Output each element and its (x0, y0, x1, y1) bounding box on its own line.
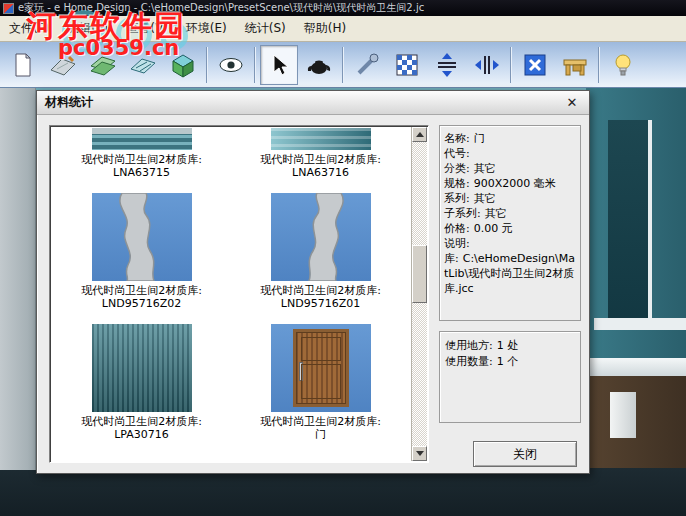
dialog-titlebar[interactable]: 材料统计 ✕ (37, 91, 589, 115)
toolbar-separator (598, 47, 600, 83)
info-label: 规格: (444, 177, 470, 190)
info-label: 说明: (444, 237, 470, 250)
material-info-panel: 名称:门 代号: 分类:其它 规格:900X2000 毫米 系列:其它 子系列:… (439, 125, 581, 321)
material-row: 现代时尚卫生间2材质库: LNA63715 现代时尚卫生间2材质库: LNA63… (52, 128, 410, 179)
close-button[interactable]: 关闭 (473, 441, 577, 467)
info-value: 900X2000 毫米 (474, 177, 556, 190)
app-icon (3, 3, 14, 14)
material-thumbnail (92, 324, 192, 412)
info-value: C:\eHomeDesign\MatLib\现代时尚卫生间2材质库.jcc (444, 252, 575, 295)
material-thumbnail (271, 128, 371, 150)
material-item[interactable]: 现代时尚卫生间2材质库: LND95716Z02 (52, 179, 231, 310)
align-horizontal-icon[interactable] (468, 45, 506, 85)
scrollbar-thumb[interactable] (412, 245, 427, 303)
material-item[interactable]: 现代时尚卫生间2材质库: LPA30716 (52, 310, 231, 441)
usage-value: 1 处 (497, 339, 519, 352)
wall-plan-icon[interactable] (124, 45, 162, 85)
info-label: 分类: (444, 162, 470, 175)
info-label: 库: (444, 252, 459, 265)
mirror (608, 120, 652, 330)
material-statistics-dialog: 材料统计 ✕ 现代时尚卫生间2材质库: LNA63715 现代时尚卫生间2材质库… (36, 90, 590, 474)
material-item[interactable]: 现代时尚卫生间2材质库: LNA63715 (52, 128, 231, 179)
menu-help[interactable]: 帮助(H) (295, 20, 355, 37)
info-value: 其它 (485, 207, 507, 220)
toolbar-separator (510, 47, 512, 83)
material-library-label: 现代时尚卫生间2材质库: (260, 415, 381, 428)
material-thumbnail (271, 324, 371, 412)
material-code-label: LND95716Z01 (281, 297, 360, 310)
material-library-label: 现代时尚卫生间2材质库: (260, 153, 381, 166)
shelf (594, 318, 686, 330)
info-label: 子系列: (444, 207, 481, 220)
toolbar-separator (206, 47, 208, 83)
material-library-label: 现代时尚卫生间2材质库: (81, 284, 202, 297)
dialog-close-icon[interactable]: ✕ (563, 94, 581, 112)
door-texture (293, 329, 349, 407)
render-teapot-icon[interactable] (300, 45, 338, 85)
material-library-label: 现代时尚卫生间2材质库: (81, 415, 202, 428)
scroll-down-icon[interactable] (412, 446, 427, 461)
screw-tool-icon[interactable] (348, 45, 386, 85)
light-bulb-icon[interactable] (604, 45, 642, 85)
material-library-label: 现代时尚卫生间2材质库: (81, 153, 202, 166)
window-titlebar[interactable]: e家玩 - e Home Design - C:\eHomeDesign\Pre… (0, 0, 686, 16)
usage-label: 使用数量: (445, 355, 493, 368)
view-eye-icon[interactable] (212, 45, 250, 85)
info-label: 名称: (444, 132, 470, 145)
info-label: 系列: (444, 192, 470, 205)
scroll-up-icon[interactable] (412, 127, 427, 142)
room-3d-icon[interactable] (164, 45, 202, 85)
furniture-desk-icon[interactable] (556, 45, 594, 85)
material-thumbnail (271, 193, 371, 281)
info-value: 门 (474, 132, 485, 145)
info-label: 代号: (444, 147, 470, 160)
menubar: 文件(F) 编辑(E) 查看(V) 环境(E) 统计(S) 帮助(H) (0, 16, 686, 42)
toolbar-separator (254, 47, 256, 83)
menu-statistics[interactable]: 统计(S) (236, 20, 295, 37)
info-label: 价格: (444, 222, 470, 235)
usage-value: 1 个 (497, 355, 519, 368)
material-checker-icon[interactable] (388, 45, 426, 85)
material-listbox[interactable]: 现代时尚卫生间2材质库: LNA63715 现代时尚卫生间2材质库: LNA63… (49, 125, 429, 463)
material-code-label: 门 (315, 428, 326, 441)
list-scrollbar[interactable] (411, 127, 427, 461)
material-row: 现代时尚卫生间2材质库: LPA30716 现代时尚卫生间2材质库: 门 (52, 310, 410, 441)
material-code-label: LND95716Z02 (102, 297, 181, 310)
dialog-body: 现代时尚卫生间2材质库: LNA63715 现代时尚卫生间2材质库: LNA63… (37, 115, 589, 473)
window-title: e家玩 - e Home Design - C:\eHomeDesign\Pre… (18, 0, 424, 16)
material-code-label: LNA63716 (292, 166, 349, 179)
material-thumbnail (92, 128, 192, 150)
toolbar-separator (342, 47, 344, 83)
floor-layers-icon[interactable] (84, 45, 122, 85)
toolbar (0, 42, 686, 88)
menu-environment[interactable]: 环境(E) (177, 20, 236, 37)
towel (610, 392, 636, 438)
usage-panel: 使用地方:1 处 使用数量:1 个 (439, 331, 581, 423)
menu-view[interactable]: 查看(V) (117, 20, 177, 37)
dialog-title: 材料统计 (45, 94, 93, 111)
material-code-label: LNA63715 (113, 166, 170, 179)
usage-label: 使用地方: (445, 339, 493, 352)
material-item[interactable]: 现代时尚卫生间2材质库: LND95716Z01 (231, 179, 410, 310)
material-item[interactable]: 现代时尚卫生间2材质库: 门 (231, 310, 410, 441)
door-handle (299, 362, 303, 381)
material-thumbnail (92, 193, 192, 281)
menu-edit[interactable]: 编辑(E) (58, 20, 117, 37)
material-item[interactable]: 现代时尚卫生间2材质库: LNA63716 (231, 128, 410, 179)
material-row: 现代时尚卫生间2材质库: LND95716Z02 现代时尚卫生间2材质库: LN… (52, 179, 410, 310)
material-library-label: 现代时尚卫生间2材质库: (260, 284, 381, 297)
material-code-label: LPA30716 (114, 428, 169, 441)
material-list: 现代时尚卫生间2材质库: LNA63715 现代时尚卫生间2材质库: LNA63… (52, 128, 410, 460)
info-value: 其它 (474, 162, 496, 175)
info-value: 0.00 元 (474, 222, 513, 235)
new-document-icon[interactable] (4, 45, 42, 85)
select-cursor-icon[interactable] (260, 45, 298, 85)
drawing-board-icon[interactable] (44, 45, 82, 85)
delete-material-icon[interactable] (516, 45, 554, 85)
menu-file[interactable]: 文件(F) (0, 20, 58, 37)
align-vertical-icon[interactable] (428, 45, 466, 85)
info-value: 其它 (474, 192, 496, 205)
